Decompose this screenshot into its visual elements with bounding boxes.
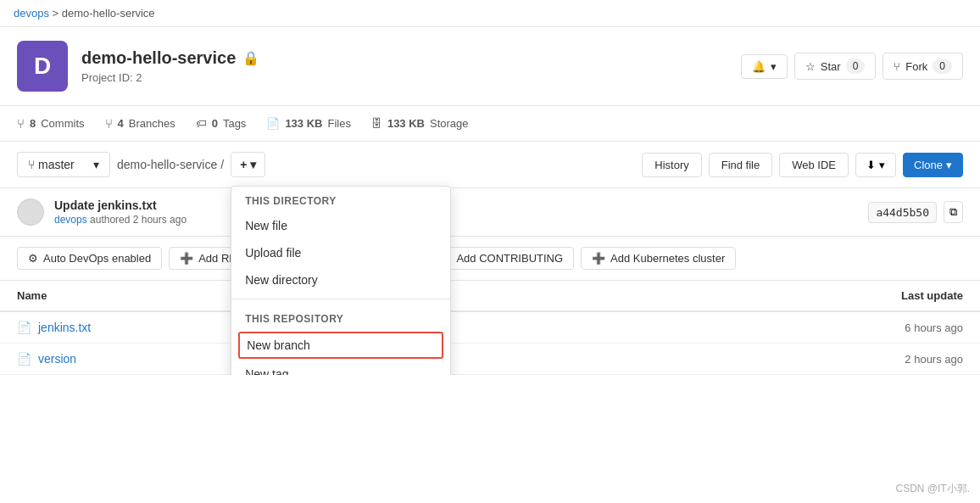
files-table-header: Name Last update (0, 281, 980, 311)
new-branch-item[interactable]: New branch (238, 332, 443, 359)
toolbar-right: History Find file Web IDE ⬇ ▾ Clone ▾ (642, 153, 963, 177)
commit-hash-area: a44d5b50 ⧉ (868, 201, 963, 223)
new-tag-item[interactable]: New tag (231, 360, 450, 375)
path-separator: / (220, 158, 224, 171)
fork-count: 0 (933, 59, 952, 74)
bell-icon: 🔔 (752, 60, 766, 73)
new-file-item[interactable]: New file (231, 212, 450, 239)
storage-label: Storage (430, 117, 469, 130)
plus-icon: ➕ (592, 252, 605, 265)
path-breadcrumb: demo-hello-service / (117, 158, 224, 171)
tags-icon: 🏷 (196, 117, 207, 130)
notifications-button[interactable]: 🔔 ▾ (741, 54, 788, 79)
add-contributing-label: Add CONTRIBUTING (456, 252, 563, 265)
clone-label: Clone (914, 159, 943, 171)
files-label: Files (327, 117, 350, 130)
commits-label: Commits (41, 117, 84, 130)
breadcrumb-parent[interactable]: devops (14, 7, 49, 20)
commit-author[interactable]: devops (54, 214, 87, 226)
copy-icon: ⧉ (949, 205, 957, 218)
table-row: 📄 jenkins.txt 6 hours ago (0, 311, 980, 344)
star-icon: ☆ (805, 60, 816, 73)
branches-label: Branches (129, 117, 175, 130)
tags-label: Tags (223, 117, 246, 130)
clone-chevron-icon: ▾ (946, 159, 952, 171)
commit-time: authored 2 hours ago (90, 214, 187, 226)
fork-button[interactable]: ⑂ Fork 0 (883, 53, 963, 80)
star-button[interactable]: ☆ Star 0 (794, 53, 877, 80)
upload-file-item[interactable]: Upload file (231, 239, 450, 266)
stat-tags[interactable]: 🏷 0 Tags (196, 116, 247, 131)
commit-hash: a44d5b50 (868, 202, 937, 223)
branch-name: master (38, 158, 75, 171)
fork-icon: ⑂ (894, 60, 900, 73)
auto-devops-label: Auto DevOps enabled (43, 252, 151, 265)
auto-devops-button[interactable]: ⚙ Auto DevOps enabled (17, 247, 162, 270)
project-title: demo-hello-service 🔒 (81, 48, 259, 68)
add-dropdown-container: + ▾ This directory New file Upload file … (231, 152, 265, 177)
branch-selector[interactable]: ⑂ master ▾ (17, 152, 110, 177)
commit-meta: devops authored 2 hours ago (54, 214, 858, 226)
download-chevron-icon: ▾ (879, 159, 885, 171)
files-icon: 📄 (266, 117, 280, 130)
file-update-cell: 2 hours ago (684, 344, 980, 375)
fork-label: Fork (905, 60, 927, 73)
file-name-text: jenkins.txt (38, 321, 91, 334)
add-kubernetes-button[interactable]: ➕ Add Kubernetes cluster (581, 247, 736, 270)
storage-icon: 🗄 (371, 117, 382, 130)
add-kubernetes-label: Add Kubernetes cluster (610, 252, 725, 265)
web-ide-button[interactable]: Web IDE (779, 153, 849, 177)
project-header: D demo-hello-service 🔒 Project ID: 2 🔔 ▾… (0, 27, 980, 106)
commit-row: Update jenkins.txt devops authored 2 hou… (0, 188, 980, 237)
col-lastupdate-header: Last update (684, 281, 980, 311)
find-file-button[interactable]: Find file (709, 153, 773, 177)
files-value: 133 KB (285, 117, 322, 130)
project-meta: demo-hello-service 🔒 Project ID: 2 (81, 48, 259, 84)
file-icon: 📄 (17, 352, 31, 366)
breadcrumb: devops > demo-hello-service (0, 0, 980, 27)
commit-avatar (17, 198, 44, 226)
repo-toolbar: ⑂ master ▾ demo-hello-service / + ▾ This… (0, 142, 980, 188)
branches-icon: ⑂ (105, 116, 113, 131)
storage-value: 133 KB (387, 117, 425, 130)
project-id: Project ID: 2 (81, 71, 259, 84)
add-chevron-icon: ▾ (250, 158, 256, 171)
commits-icon: ⑂ (17, 116, 25, 131)
plus-icon: + (240, 158, 247, 171)
breadcrumb-separator: > (53, 7, 62, 20)
add-button[interactable]: + ▾ (231, 152, 265, 177)
download-icon: ⬇ (866, 159, 876, 171)
lock-icon: 🔒 (242, 50, 259, 66)
gear-icon: ⚙ (28, 252, 38, 265)
stat-commits[interactable]: ⑂ 8 Commits (17, 116, 85, 131)
stat-storage[interactable]: 🗄 133 KB Storage (371, 116, 469, 131)
copy-hash-button[interactable]: ⧉ (944, 201, 963, 223)
dropdown-section-this-repository: This repository (231, 305, 450, 330)
history-button[interactable]: History (642, 153, 701, 177)
header-actions: 🔔 ▾ ☆ Star 0 ⑂ Fork 0 (741, 53, 963, 80)
commit-info: Update jenkins.txt devops authored 2 hou… (54, 198, 858, 226)
star-count: 0 (846, 59, 866, 74)
commits-value: 8 (30, 117, 36, 130)
star-label: Star (821, 60, 841, 73)
files-table: Name Last update 📄 jenkins.txt 6 hours a… (0, 281, 980, 375)
new-directory-item[interactable]: New directory (231, 266, 450, 293)
branches-value: 4 (118, 117, 124, 130)
chevron-down-icon: ▾ (93, 158, 99, 171)
clone-button[interactable]: Clone ▾ (903, 153, 963, 177)
stats-bar: ⑂ 8 Commits ⑂ 4 Branches 🏷 0 Tags 📄 133 … (0, 106, 980, 142)
action-buttons-row: ⚙ Auto DevOps enabled ➕ Add README ➕ Add… (0, 237, 980, 281)
stat-branches[interactable]: ⑂ 4 Branches (105, 116, 175, 131)
path-name: demo-hello-service (117, 158, 217, 171)
dropdown-divider (231, 299, 450, 299)
file-name-text: version (38, 352, 76, 366)
plus-icon: ➕ (180, 252, 193, 265)
download-button[interactable]: ⬇ ▾ (855, 153, 896, 177)
project-info: D demo-hello-service 🔒 Project ID: 2 (17, 41, 259, 92)
project-avatar: D (17, 41, 68, 92)
stat-files[interactable]: 📄 133 KB Files (266, 116, 351, 131)
tags-value: 0 (212, 117, 218, 130)
commit-message[interactable]: Update jenkins.txt (54, 198, 858, 212)
file-icon: 📄 (17, 321, 31, 334)
add-dropdown-menu: This directory New file Upload file New … (231, 186, 451, 375)
